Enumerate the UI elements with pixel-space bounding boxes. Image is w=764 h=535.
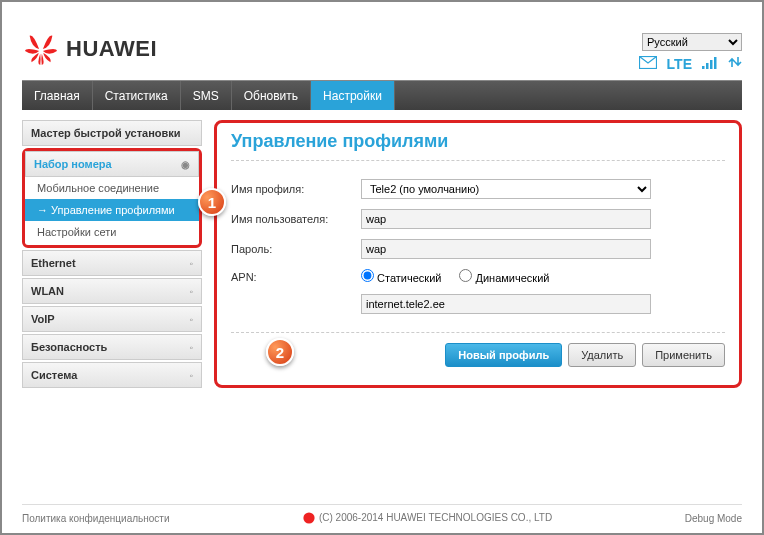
annotation-bubble-1: 1 bbox=[198, 188, 226, 216]
sidebar-label: Ethernet bbox=[31, 257, 76, 269]
logo: HUAWEI bbox=[22, 30, 157, 74]
sidebar-voip[interactable]: VoIP◦ bbox=[22, 306, 202, 332]
username-label: Имя пользователя: bbox=[231, 213, 361, 225]
profile-select[interactable]: Tele2 (по умолчанию) bbox=[361, 179, 651, 199]
svg-rect-3 bbox=[710, 60, 713, 69]
sidebar-system[interactable]: Система◦ bbox=[22, 362, 202, 388]
chevron-icon: ◦ bbox=[189, 258, 193, 269]
copyright-text: (C) 2006-2014 HUAWEI TECHNOLOGIES CO., L… bbox=[319, 512, 552, 523]
sidebar-label: WLAN bbox=[31, 285, 64, 297]
password-label: Пароль: bbox=[231, 243, 361, 255]
mail-icon[interactable] bbox=[639, 56, 657, 72]
chevron-circle-icon: ◉ bbox=[181, 159, 190, 170]
footer: Политика конфиденциальности (C) 2006-201… bbox=[22, 504, 742, 525]
sidebar-profile-mgmt[interactable]: → Управление профилями bbox=[25, 199, 199, 221]
main-nav: Главная Статистика SMS Обновить Настройк… bbox=[22, 80, 742, 110]
sidebar-label: Набор номера bbox=[34, 158, 112, 170]
sidebar-security[interactable]: Безопасность◦ bbox=[22, 334, 202, 360]
updown-icon bbox=[728, 55, 742, 72]
svg-rect-2 bbox=[706, 63, 709, 69]
svg-rect-1 bbox=[702, 66, 705, 69]
profile-name-label: Имя профиля: bbox=[231, 183, 361, 195]
status-icons: LTE bbox=[639, 55, 742, 74]
nav-stats[interactable]: Статистика bbox=[93, 81, 181, 110]
sidebar-label: VoIP bbox=[31, 313, 55, 325]
annotation-bubble-2: 2 bbox=[266, 338, 294, 366]
svg-point-5 bbox=[304, 512, 315, 523]
sidebar-label: Безопасность bbox=[31, 341, 107, 353]
sidebar-mobile-conn[interactable]: Мобильное соединение bbox=[25, 177, 199, 199]
chevron-icon: ◦ bbox=[189, 314, 193, 325]
debug-link[interactable]: Debug Mode bbox=[685, 513, 742, 524]
apn-input[interactable] bbox=[361, 294, 651, 314]
chevron-icon: ◦ bbox=[189, 370, 193, 381]
apn-dynamic-option[interactable]: Динамический bbox=[459, 269, 549, 284]
huawei-logo-icon bbox=[22, 30, 60, 68]
header: HUAWEI Русский LTE bbox=[22, 14, 742, 74]
nav-sms[interactable]: SMS bbox=[181, 81, 232, 110]
radio-label: Динамический bbox=[476, 272, 550, 284]
apply-button[interactable]: Применить bbox=[642, 343, 725, 367]
chevron-icon: ◦ bbox=[189, 342, 193, 353]
sidebar-label: Мастер быстрой установки bbox=[31, 127, 181, 139]
radio-label: Статический bbox=[377, 272, 441, 284]
password-input[interactable] bbox=[361, 239, 651, 259]
nav-settings[interactable]: Настройки bbox=[311, 81, 395, 110]
signal-icon bbox=[702, 56, 718, 72]
new-profile-button[interactable]: Новый профиль bbox=[445, 343, 562, 367]
nav-update[interactable]: Обновить bbox=[232, 81, 311, 110]
language-select[interactable]: Русский bbox=[642, 33, 742, 51]
privacy-link[interactable]: Политика конфиденциальности bbox=[22, 513, 170, 524]
apn-label: APN: bbox=[231, 271, 361, 283]
chevron-icon: ◦ bbox=[189, 286, 193, 297]
sidebar-network-settings[interactable]: Настройки сети bbox=[25, 221, 199, 243]
logo-text: HUAWEI bbox=[66, 36, 157, 62]
nav-home[interactable]: Главная bbox=[22, 81, 93, 110]
sidebar-dialup-header[interactable]: Набор номера ◉ bbox=[25, 151, 199, 177]
sidebar-label: Система bbox=[31, 369, 77, 381]
delete-button[interactable]: Удалить bbox=[568, 343, 636, 367]
sidebar-wlan[interactable]: WLAN◦ bbox=[22, 278, 202, 304]
network-badge: LTE bbox=[667, 56, 692, 72]
sidebar-ethernet[interactable]: Ethernet◦ bbox=[22, 250, 202, 276]
apn-dynamic-radio[interactable] bbox=[459, 269, 472, 282]
sidebar-dialup-group: Набор номера ◉ Мобильное соединение → Уп… bbox=[22, 148, 202, 248]
username-input[interactable] bbox=[361, 209, 651, 229]
sidebar-label: Управление профилями bbox=[51, 204, 175, 216]
apn-static-radio[interactable] bbox=[361, 269, 374, 282]
page-title: Управление профилями bbox=[231, 131, 725, 161]
svg-rect-4 bbox=[714, 57, 717, 69]
sidebar-quick-setup[interactable]: Мастер быстрой установки bbox=[22, 120, 202, 146]
huawei-tiny-logo-icon bbox=[302, 512, 319, 523]
sidebar: Мастер быстрой установки Набор номера ◉ … bbox=[22, 120, 202, 388]
apn-static-option[interactable]: Статический bbox=[361, 269, 441, 284]
